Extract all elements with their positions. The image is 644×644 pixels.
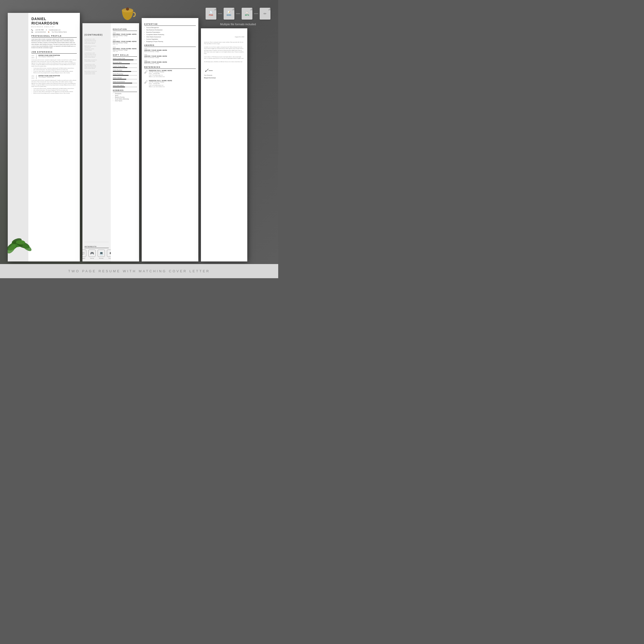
main-container: 📄 PSD — 📝 DOC — 📋 EPS — ✏ [0,0,278,278]
arrow-icon-2: — [236,11,240,16]
newspaper-icon: 📰 [82,250,86,257]
skill-fill-1 [113,60,133,60]
skill-4: Adobe Illustrator [113,69,137,72]
salutation: Your Sincerely [204,74,244,76]
skill-7: Adobe Dreamweaver [113,81,137,83]
award-1: 2016 AWARD YOUR NAME HERE Name of Univer… [144,48,196,52]
ref-title-2: Job Title / Company / Institute [149,81,172,83]
award-school-3: Name of University / College [144,63,196,64]
job-border-1 [36,55,37,59]
page1-sidebar [8,13,28,261]
resume-page3: EXPERTISE Account Management New Busines… [142,18,198,261]
signature-area: ✓─ Your Sincerely Margot Deschamps [204,68,244,79]
cover-para-1: mauris sem. Donec consequat mauris in au… [204,41,244,45]
resume-page1: DANIEL RICHARDSON BUSINESS ANALYST 📞 +12… [8,13,80,261]
edu-gpa-1: GPA : 5.00 [113,36,137,38]
skill-fill-6 [113,79,126,80]
skill-bar-4 [113,71,137,72]
resume-job-title: BUSINESS ANALYST [31,26,77,28]
svg-point-2 [126,7,129,11]
email-icon: ✉ [46,29,47,31]
overflow-text-6: ManCuraSibitur euismod lorem. ut turpis … [84,71,109,75]
skill-name-3: Graphic Design Skills [113,65,137,67]
cover-date: August 25, 2018 [204,36,244,38]
signatory: Margot Deschamps [204,77,244,79]
ref-1-details: PERSON FULL NAME HERE Job Title / Compan… [149,70,172,77]
expertise-1: Account Management [144,27,196,28]
edu-gpa-2: GPA : 5.00 [113,44,137,45]
page2-right: EDUCATION 2016 DEGREE YOUR NAME HERE Nam… [111,23,139,261]
expertise-5: Client Needs Assessment [144,36,196,38]
job-details-2: ENTER YOUR JOB POSITION Your company / I… [38,75,60,79]
resume-page2: (CONTINUED) ut euismod lorem eu dolor lt… [82,23,139,261]
award-3: 2016 AWARD YOUR NAME HERE Name of Univer… [144,60,196,64]
job-entry-1: 2010 2014 ENTER YOUR JOB POSITION Your c… [31,55,77,73]
expertise-list: Account Management New Business Developm… [144,27,196,42]
bullet-1-1: Lorem ipsum dolor sit amet, consectetur … [31,67,77,69]
skill-1: Adobe Creative Suite [113,58,137,60]
hobbies-list: Photography Sports Marathon Running Soci… [113,93,137,101]
bullet-1-3: Fusce nec neque ultrices velit Integer F… [31,71,77,72]
job-year-block-1: 2010 2014 ENTER YOUR JOB POSITION Your c… [31,55,77,59]
ref-icon-1: 🖊 [144,70,148,74]
cover-letter-page: August 25, 2018 mauris sem. Donec conseq… [201,28,247,261]
psd-icon: 📄 PSD [206,8,216,20]
skill-bar-6 [113,79,137,80]
cover-para-2: convallis non at est. Donec sagittis con… [204,46,244,55]
browsing-icon: 💻 [98,250,105,257]
skill-bar-2 [113,63,137,64]
job-years-2: 2010 2014 [31,75,34,79]
ref-2-details: PERSON FULL NAME HERE Job Title / Compan… [149,80,172,87]
interest-browsing: 💻 Browsing [98,250,105,259]
skill-3: Graphic Design Skills [113,65,137,68]
expertise-7: Budgeting & Project Planning [144,41,196,42]
edu-entry-2: 2016 DEGREE YOUR NAME HERE Name of Unive… [113,39,137,45]
interests-title: INTERESTS [84,246,109,248]
ref-icon-2: 🖊 [144,80,148,84]
job-desc-2: Lorem ipsum dolor sit amet, consectetur … [31,80,77,87]
address-icon: 🏠 [48,31,49,33]
skill-fill-7 [113,83,132,83]
top-section: 📄 PSD — 📝 DOC — 📋 EPS — ✏ [0,0,278,264]
expertise-2: New Business Development [144,29,196,31]
traveling-icon: ✈ [107,250,111,257]
edit-icon: ✏ [260,8,270,20]
education-title: EDUCATION [113,28,137,31]
skill-8: Adove After Effects [113,85,137,87]
interest-gaming: 🎮 Gaming [88,250,96,259]
email-address: User@example.com [49,29,61,31]
references-title: REFERENCES [144,66,196,69]
skill-5: Adobe Photoshop [113,73,137,76]
profile-section-title: PROFESSIONAL PROFILE [31,35,77,38]
award-school-2: Name of University / College [144,57,196,58]
expertise-6: Contract Negotiation [144,38,196,40]
awards-title: AWARDS [144,44,196,47]
cover-para-4: id scelerisque purus, at facilisis orci.… [204,61,244,63]
documents-area: DANIEL RICHARDSON BUSINESS ANALYST 📞 +12… [8,13,270,261]
home-address: Your Home Address Name [52,31,67,33]
edu-gpa-3: GPA : 5.00 [113,51,137,52]
skill-name-8: Adove After Effects [113,85,137,86]
arrow-icon-1: — [218,11,222,16]
file-formats-panel: 📄 PSD — 📝 DOC — 📋 EPS — ✏ [206,8,270,26]
award-school-1: Name of University / College [144,51,196,52]
page1-main: DANIEL RICHARDSON BUSINESS ANALYST 📞 +12… [28,13,80,261]
bullet-1-2: dolor vehicula elementum. The many Compa… [31,69,77,70]
eps-icon: 📋 EPS [242,8,252,20]
job-bullets-2: Lorem ipsum dolor sit amet, consectetur … [31,88,77,94]
format-icons-row: 📄 PSD — 📝 DOC — 📋 EPS — ✏ [206,8,270,20]
interest-newspaper: 📰 Newspaper [82,250,86,259]
doc-icon: 📝 DOC [224,8,234,20]
hobby-5: Action Figures [113,100,137,101]
newspaper-label: Newspaper [82,258,85,259]
skill-name-6: Adobe Indesign [113,77,137,79]
skill-name-5: Adobe Photoshop [113,73,137,75]
job-year-block-2: 2010 2014 ENTER YOUR JOB POSITION Your c… [31,75,77,79]
cover-para-3: norem ultrices ut. Pellentesque posuere … [204,56,244,60]
job-details-1: ENTER YOUR JOB POSITION Your company / I… [38,55,60,59]
ref-address-2: Address : your street address here. [149,86,172,87]
continued-text: (CONTINUED) [84,33,109,36]
skill-bar-7 [113,83,137,83]
hobby-4: Social Hobbies (Mentoring) [113,98,137,100]
award-2: 2016 AWARD YOUR NAME HERE Name of Univer… [144,54,196,58]
